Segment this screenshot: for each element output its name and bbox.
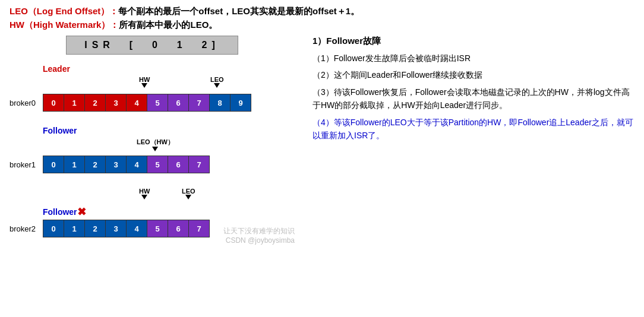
broker0-indicators: HW LEO (43, 76, 257, 94)
cell: 3 (105, 220, 127, 237)
divider1 (10, 119, 295, 126)
broker0-cells-row: broker0 0 1 2 3 4 5 6 7 8 9 (10, 94, 295, 112)
cell: 0 (43, 220, 64, 237)
cell: 4 (126, 156, 147, 173)
cell: 3 (105, 156, 127, 173)
watermark-text: 让天下没有难学的知识 (223, 226, 295, 236)
leo-header: LEO（Log End Offset）：每个副本的最后一个offset，LEO其… (10, 6, 634, 17)
cell: 4 (126, 220, 147, 237)
main-content: ISR [ 0 1 2] Leader HW LEO (10, 36, 634, 245)
leo-text-broker0: LEO (210, 76, 224, 83)
hw-indicator-broker0: HW (139, 76, 150, 88)
right-point1: （1）Follower发生故障后会被临时踢出ISR (312, 52, 634, 65)
leo-hw-arrow-broker1 (152, 147, 158, 151)
leo-label: LEO（Log End Offset）： (10, 6, 118, 16)
cell: 1 (64, 156, 85, 173)
cell: 2 (84, 220, 106, 237)
hw-header: HW（High Watermark）：所有副本中最小的LEO。 (10, 20, 634, 31)
cell: 6 (168, 156, 189, 173)
cell: 7 (188, 94, 210, 112)
broker1-cells: 0 1 2 3 4 5 6 7 (43, 156, 209, 173)
broker1-indicators: LEO（HW） (43, 138, 221, 156)
leo-arrow-broker2 (185, 195, 191, 199)
cell: 7 (188, 156, 210, 173)
right-title: 1）Follower故障 (312, 36, 634, 47)
cell: 4 (126, 94, 147, 112)
x-icon: ✖ (77, 205, 86, 218)
broker0-name: broker0 (10, 99, 43, 107)
cell: 5 (147, 220, 168, 237)
broker1-section: Follower LEO（HW） broker1 0 1 2 3 (10, 126, 295, 173)
cell: 5 (147, 156, 168, 173)
hw-arrow-broker2 (141, 195, 147, 199)
cell: 1 (64, 220, 85, 237)
cell: 5 (147, 94, 168, 112)
cell: 2 (84, 94, 106, 112)
right-panel: 1）Follower故障 （1）Follower发生故障后会被临时踢出ISR （… (307, 36, 634, 245)
leader-label: Leader (43, 64, 295, 74)
follower-label-broker1: Follower (43, 126, 295, 135)
follower-label-broker2: Follower (43, 207, 77, 217)
right-point3: （3）待该Follower恢复后，Follower会读取本地磁盘记录的上次的HW… (312, 85, 634, 112)
leo-hw-indicator-broker1: LEO（HW） (137, 138, 174, 151)
isr-box: ISR [ 0 1 2] (66, 36, 238, 55)
broker1-cells-row: broker1 0 1 2 3 4 5 6 7 (10, 156, 295, 173)
cell: 0 (43, 156, 64, 173)
cell: 3 (105, 94, 127, 112)
broker1-name: broker1 (10, 160, 43, 169)
left-panel: ISR [ 0 1 2] Leader HW LEO (10, 36, 295, 245)
hw-desc: 所有副本中最小的LEO。 (119, 20, 217, 30)
leo-text-broker2: LEO (182, 188, 195, 195)
watermark: 让天下没有难学的知识 CSDN @joyboysimba (223, 226, 295, 245)
hw-arrow-broker0 (141, 83, 147, 88)
broker2-role-row: Follower✖ (10, 205, 295, 218)
cell: 1 (64, 94, 85, 112)
broker2-cells: 0 1 2 3 4 5 6 7 (43, 220, 209, 237)
hw-text-broker0: HW (139, 76, 150, 83)
leo-indicator-broker0: LEO (210, 76, 224, 88)
page-container: LEO（Log End Offset）：每个副本的最后一个offset，LEO其… (10, 6, 634, 245)
cell: 6 (168, 220, 189, 237)
cell: 6 (168, 94, 189, 112)
broker2-indicators: HW LEO (43, 188, 221, 205)
leo-desc: 每个副本的最后一个offset，LEO其实就是最新的offset＋1。 (118, 6, 359, 16)
broker2-name: broker2 (10, 224, 43, 233)
leo-indicator-broker2: LEO (182, 188, 195, 199)
broker0-cells: 0 1 2 3 4 5 6 7 8 9 (43, 94, 251, 112)
divider2 (10, 180, 295, 188)
right-point2: （2）这个期间Leader和Follower继续接收数据 (312, 68, 634, 81)
cell: 2 (84, 156, 106, 173)
hw-text-broker2: HW (139, 188, 150, 195)
hw-label: HW（High Watermark）： (10, 20, 119, 30)
hw-indicator-broker2: HW (139, 188, 150, 199)
cell: 8 (209, 94, 231, 112)
right-point4: （4）等该Follower的LEO大于等于该Partition的HW，即Foll… (312, 116, 634, 142)
broker0-section: Leader HW LEO broker0 (10, 64, 295, 112)
isr-row: ISR [ 0 1 2] (10, 36, 295, 55)
watermark-csdn: CSDN @joyboysimba (223, 236, 295, 245)
cell: 0 (43, 94, 64, 112)
cell: 9 (230, 94, 251, 112)
leo-arrow-broker0 (214, 83, 220, 88)
header-section: LEO（Log End Offset）：每个副本的最后一个offset，LEO其… (10, 6, 634, 31)
cell: 7 (188, 220, 210, 237)
leo-hw-text-broker1: LEO（HW） (137, 138, 174, 147)
